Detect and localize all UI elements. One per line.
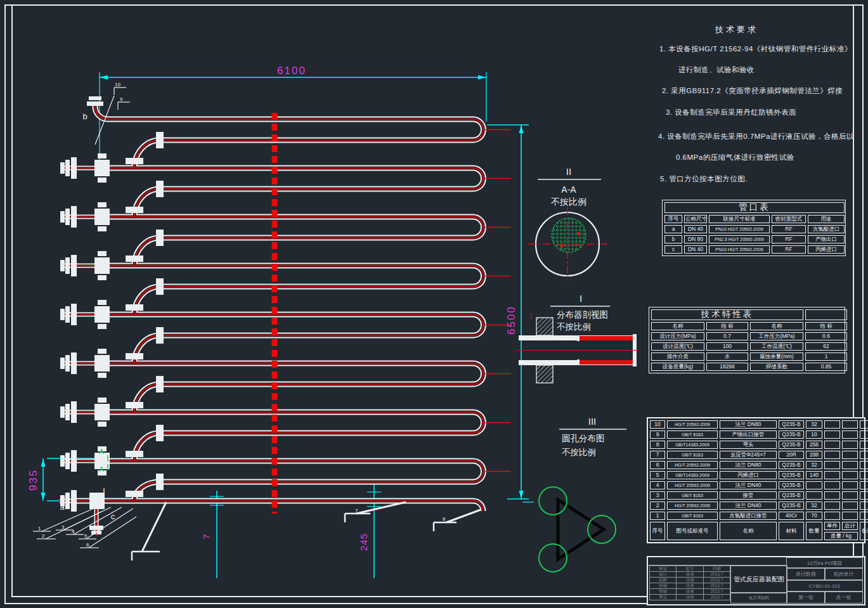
cell: Q235-B: [779, 430, 804, 439]
dim-length: 6100: [277, 65, 306, 77]
pipe-port-table: 管口表序号公称尺寸联接尺寸标准密封面型式用途aDN 40PN10 HG/T 20…: [662, 200, 846, 256]
header-cell: 总计: [842, 522, 858, 530]
header-cell: 密封面型式: [772, 215, 806, 223]
cell: 10: [650, 420, 665, 429]
cell: [860, 451, 868, 459]
cell: 9: [650, 430, 665, 439]
tech-req-line: 3. 设备制造完毕后采用丹红防锈外表面: [666, 108, 796, 117]
cell: [824, 471, 840, 479]
spec-table-row: 操作介质水腐蚀余量(mm)1: [651, 353, 847, 361]
cell: 5: [650, 471, 665, 479]
cell: 工作温度(℃): [750, 342, 803, 351]
cell: 20R: [779, 451, 804, 459]
cell: 审定: [650, 595, 677, 600]
cell: 140: [806, 471, 822, 479]
callout-6: 6: [86, 542, 89, 548]
cell: [842, 471, 858, 479]
cell: 次氯酸进口: [808, 225, 845, 233]
signature-row: 校核张强2013.7: [650, 583, 730, 589]
cell: [860, 430, 868, 439]
view-ii-numeral: II: [566, 166, 571, 177]
cell: 2013.7: [703, 583, 730, 589]
cell: 法兰 DN80: [720, 420, 777, 429]
title-block: 标记签字日期设计张强2013.7制图张强2013.7校核张强2013.7审核张强…: [647, 556, 865, 605]
tech-req-line: 1. 本设备按HG/T 21562-94《衬钛钢管和管件行业标准》: [659, 44, 852, 54]
stage-label: 设计阶段: [786, 567, 826, 581]
cell: 审核: [650, 589, 677, 595]
cell: HG/T 20592-2009: [667, 481, 718, 489]
cell: 1: [650, 512, 665, 520]
header-cell: 图号或标准号: [667, 522, 718, 540]
cell: 校核: [650, 583, 677, 589]
cell: 张强: [677, 589, 703, 595]
cell: 腐蚀余量(mm): [750, 353, 803, 361]
cell: 40Cr: [779, 512, 804, 520]
cell: [860, 461, 868, 469]
cell: b: [664, 235, 682, 243]
header-cell: 联接尺寸标准: [709, 215, 770, 223]
cell: [824, 430, 840, 439]
pipe-table-row: bDN 80PN2.5 HG/T 20592-2009RF产物出口: [664, 235, 845, 243]
cell: 次氯酸进口接管: [720, 512, 777, 520]
spec-table-title-row: 技术特性表: [651, 309, 847, 320]
callout-4: 4: [72, 529, 75, 534]
header-cell: 名称: [720, 522, 777, 540]
cell: 0.85: [805, 363, 847, 371]
spec-table-header-row: 名称指 标名称指 标: [651, 322, 847, 330]
cell: 工作压力(MPa): [750, 332, 803, 340]
spec-table-row: 设计压力(MPa)0.7工作压力(MPa)0.6: [651, 332, 847, 340]
view-iii-note: 不按比例: [562, 448, 596, 457]
callout-3: 3: [62, 524, 65, 530]
cell: 2013.7: [703, 572, 730, 578]
tech-req-line: 2. 采用GB9117.2《突面带径承插焊钢制管法兰》焊接: [662, 86, 843, 96]
cell: GB/T14383-2009: [667, 441, 718, 449]
cell: GB/T 8163: [667, 430, 718, 439]
cell: [860, 512, 868, 520]
cell: Q235-B: [779, 491, 804, 500]
cell: 0.7: [706, 332, 748, 340]
spec-table: 技术特性表名称指 标名称指 标设计压力(MPa)0.7工作压力(MPa)0.6设…: [649, 307, 845, 373]
cell: 2013.7: [703, 595, 730, 600]
view-i-name: 分布器剖视图: [557, 310, 608, 320]
cell: 焊缝系数: [750, 363, 803, 371]
cell: a: [664, 225, 682, 233]
callout-5: 5: [84, 533, 87, 539]
header-cell: 数量: [806, 522, 822, 540]
view-i-marker: I: [103, 486, 105, 496]
cell: 水: [706, 353, 748, 361]
signature-row: 审定张强2013.7: [650, 595, 730, 600]
header-cell: 质量 / kg: [824, 532, 858, 540]
pipe-table-row: cDN 40PN10 HG/T 20592-2009RF丙烯进口: [664, 245, 845, 254]
cell: 张强: [677, 595, 703, 600]
cell: RF: [772, 225, 806, 233]
bom-row: 8GB/T14383-2009弯头Q235-B256: [650, 441, 868, 449]
cell: [842, 441, 858, 449]
bom-row: 2HG/T 20592-2009法兰 DN40Q235-B32: [650, 501, 868, 510]
cell: [842, 461, 858, 469]
view-iii-numeral: III: [588, 416, 597, 427]
spec-table-title: 技术特性表: [651, 309, 803, 320]
cell: Q235-B: [779, 420, 804, 429]
header-cell: 指 标: [706, 322, 748, 330]
cell: HG/T 20592-2009: [667, 420, 718, 429]
cell: HG/T 20592-2009: [667, 461, 718, 469]
tech-req-line: 5. 管口方位按本图方位图.: [660, 174, 748, 184]
dim-od: 245: [358, 533, 369, 551]
cell: PN10 HG/T 20592-2009: [709, 225, 770, 233]
cell: [824, 451, 840, 459]
bom-row: 10HG/T 20592-2009法兰 DN80Q235-B32: [650, 420, 868, 429]
signature-row: 制图张强2013.7: [650, 578, 730, 583]
cell: [824, 420, 840, 429]
cell: 张强: [677, 578, 703, 583]
section-arrow-a1: A: [99, 448, 104, 455]
cell: RF: [772, 245, 806, 254]
cell: [842, 501, 858, 510]
signature-row: 设计张强2013.7: [650, 572, 730, 578]
bom-row: 4HG/T 20592-2009法兰 DN40Q235-B: [650, 481, 868, 489]
cell: [842, 430, 858, 439]
cell: [860, 441, 868, 449]
cell: DN 40: [684, 225, 707, 233]
cell: 产物出口接管: [720, 430, 777, 439]
view-i-numeral: I: [580, 293, 582, 304]
drawing-number: CYBU-01-101: [786, 579, 863, 592]
